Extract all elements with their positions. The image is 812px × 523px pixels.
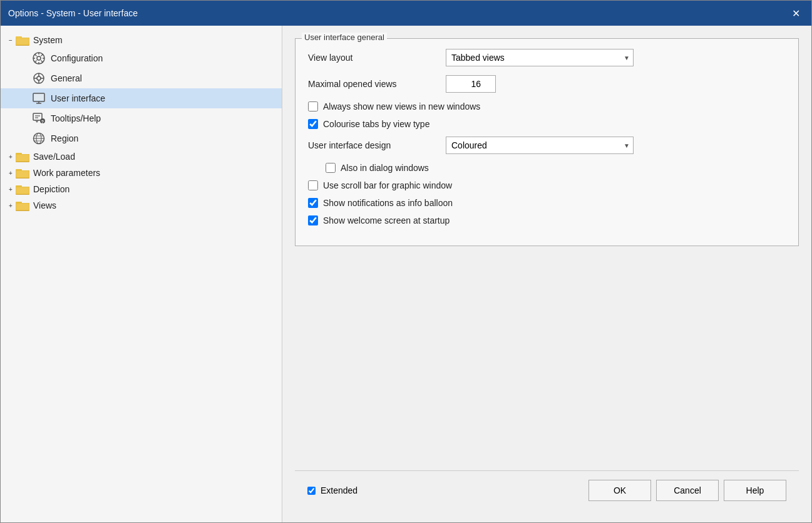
general-label: General: [51, 73, 82, 83]
ui-general-group: User interface general View layout Tabbe…: [295, 38, 799, 246]
max-views-label: Maximal opened views: [308, 79, 446, 89]
tree-views[interactable]: + Views: [1, 197, 282, 214]
button-group: OK Cancel Help: [588, 480, 786, 501]
views-label: Views: [33, 200, 56, 210]
main-window: Options - System - User interface ✕ − Sy…: [0, 0, 812, 523]
tree-depiction[interactable]: + Depiction: [1, 181, 282, 197]
tooltips-label: Tooltips/Help: [51, 113, 101, 123]
tree-configuration[interactable]: Configuration: [1, 48, 282, 68]
always-show-checkbox[interactable]: [308, 101, 318, 111]
svg-line-11: [41, 61, 43, 63]
depiction-expand-icon[interactable]: +: [6, 184, 16, 194]
colourise-checkbox[interactable]: [308, 119, 318, 129]
tree-general[interactable]: General: [1, 68, 282, 88]
view-layout-row: View layout Tabbed views Floating views …: [308, 49, 786, 66]
view-layout-label: View layout: [308, 53, 446, 63]
ui-design-select-wrapper: Coloured Classic Dark ▼: [446, 137, 634, 154]
always-show-label[interactable]: Always show new views in new windows: [323, 101, 480, 111]
ui-design-row: User interface design Coloured Classic D…: [308, 137, 786, 154]
svg-text:?: ?: [41, 120, 44, 124]
also-dialog-label[interactable]: Also in dialog windows: [341, 163, 429, 173]
tree-system[interactable]: − System: [1, 32, 282, 48]
svg-rect-37: [16, 155, 29, 161]
region-icon: [32, 132, 46, 145]
user-interface-icon: [32, 91, 46, 105]
tree-region[interactable]: Region: [1, 128, 282, 148]
user-interface-label: User interface: [51, 93, 105, 103]
configuration-icon: [32, 51, 46, 65]
views-expand-icon[interactable]: +: [6, 200, 16, 210]
extended-label[interactable]: Extended: [321, 485, 357, 495]
save-load-label: Save/Load: [33, 152, 75, 162]
depiction-label: Depiction: [33, 184, 69, 194]
always-show-row: Always show new views in new windows: [308, 101, 786, 111]
title-bar: Options - System - User interface ✕: [1, 1, 811, 26]
show-welcome-row: Show welcome screen at startup: [308, 215, 786, 225]
extended-section: Extended: [307, 485, 357, 495]
show-notifications-checkbox[interactable]: [308, 198, 318, 208]
tree-panel: − System: [1, 26, 282, 522]
show-notifications-label[interactable]: Show notifications as info balloon: [323, 198, 453, 208]
svg-rect-45: [16, 187, 29, 194]
cancel-button[interactable]: Cancel: [656, 480, 719, 501]
svg-point-9: [37, 56, 41, 60]
colourise-row: Colourise tabs by view type: [308, 119, 786, 129]
group-title: User interface general: [302, 33, 387, 42]
colourise-label[interactable]: Colourise tabs by view type: [323, 119, 429, 129]
ok-button[interactable]: OK: [588, 480, 651, 501]
system-folder-icon: [16, 34, 29, 46]
svg-point-15: [37, 76, 41, 80]
general-icon: [32, 71, 46, 85]
svg-line-10: [35, 54, 37, 56]
views-folder-icon: [16, 200, 29, 211]
help-button[interactable]: Help: [724, 480, 786, 501]
depiction-folder-icon: [16, 184, 29, 195]
content-area: − System: [1, 26, 811, 522]
scroll-bar-row: Use scroll bar for graphic window: [308, 180, 786, 190]
svg-rect-49: [16, 204, 29, 210]
region-label: Region: [51, 133, 78, 143]
also-dialog-row: Also in dialog windows: [326, 163, 786, 173]
work-params-expand-icon[interactable]: +: [6, 168, 16, 178]
save-load-folder-icon: [16, 151, 29, 162]
view-layout-select[interactable]: Tabbed views Floating views Split views: [446, 49, 634, 66]
show-welcome-label[interactable]: Show welcome screen at startup: [323, 215, 450, 225]
scroll-bar-checkbox[interactable]: [308, 180, 318, 190]
configuration-label: Configuration: [51, 53, 103, 63]
close-button[interactable]: ✕: [788, 6, 804, 21]
tooltips-icon: ?: [32, 111, 46, 125]
tree-work-parameters[interactable]: + Work parameters: [1, 165, 282, 181]
scroll-bar-label[interactable]: Use scroll bar for graphic window: [323, 180, 452, 190]
ui-design-label: User interface design: [308, 140, 446, 150]
work-params-folder-icon: [16, 167, 29, 179]
svg-rect-41: [16, 171, 29, 177]
max-views-row: Maximal opened views: [308, 75, 786, 93]
tree-save-load[interactable]: + Save/Load: [1, 148, 282, 165]
max-views-input[interactable]: [446, 75, 496, 93]
svg-line-12: [41, 54, 43, 56]
show-notifications-row: Show notifications as info balloon: [308, 198, 786, 208]
save-load-expand-icon[interactable]: +: [6, 152, 16, 162]
tree-tooltips[interactable]: ? Tooltips/Help: [1, 108, 282, 128]
right-panel: User interface general View layout Tabbe…: [282, 26, 811, 522]
svg-rect-23: [34, 94, 44, 100]
view-layout-select-wrapper: Tabbed views Floating views Split views …: [446, 49, 634, 66]
svg-rect-3: [16, 38, 29, 44]
also-dialog-checkbox[interactable]: [326, 163, 336, 173]
ui-design-select[interactable]: Coloured Classic Dark: [446, 137, 634, 154]
bottom-bar: Extended OK Cancel Help: [295, 470, 799, 510]
system-expand-icon[interactable]: −: [6, 35, 16, 45]
extended-checkbox[interactable]: [307, 487, 316, 495]
show-welcome-checkbox[interactable]: [308, 215, 318, 225]
svg-line-13: [35, 61, 37, 63]
tree-user-interface[interactable]: User interface: [1, 88, 282, 108]
work-parameters-label: Work parameters: [33, 168, 100, 178]
system-label: System: [33, 35, 63, 45]
window-title: Options - System - User interface: [8, 8, 138, 18]
